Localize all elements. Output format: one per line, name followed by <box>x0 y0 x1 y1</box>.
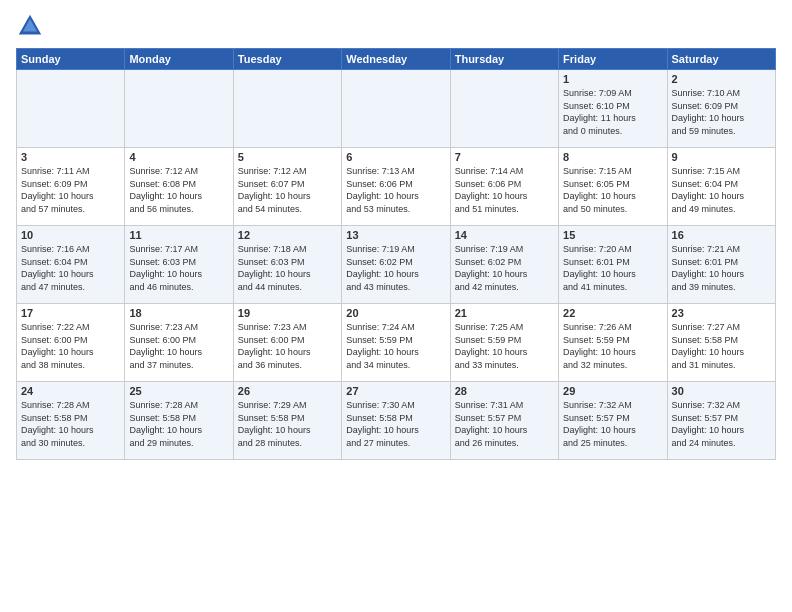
week-row-4: 17Sunrise: 7:22 AM Sunset: 6:00 PM Dayli… <box>17 304 776 382</box>
header-cell-friday: Friday <box>559 49 667 70</box>
day-number: 20 <box>346 307 445 319</box>
day-number: 14 <box>455 229 554 241</box>
day-number: 29 <box>563 385 662 397</box>
day-number: 24 <box>21 385 120 397</box>
day-cell: 11Sunrise: 7:17 AM Sunset: 6:03 PM Dayli… <box>125 226 233 304</box>
day-cell: 3Sunrise: 7:11 AM Sunset: 6:09 PM Daylig… <box>17 148 125 226</box>
week-row-3: 10Sunrise: 7:16 AM Sunset: 6:04 PM Dayli… <box>17 226 776 304</box>
day-info: Sunrise: 7:12 AM Sunset: 6:07 PM Dayligh… <box>238 165 337 215</box>
calendar-body: 1Sunrise: 7:09 AM Sunset: 6:10 PM Daylig… <box>17 70 776 460</box>
page: SundayMondayTuesdayWednesdayThursdayFrid… <box>0 0 792 468</box>
day-cell: 20Sunrise: 7:24 AM Sunset: 5:59 PM Dayli… <box>342 304 450 382</box>
day-cell: 22Sunrise: 7:26 AM Sunset: 5:59 PM Dayli… <box>559 304 667 382</box>
day-info: Sunrise: 7:15 AM Sunset: 6:04 PM Dayligh… <box>672 165 771 215</box>
logo-icon <box>16 12 44 40</box>
day-cell <box>125 70 233 148</box>
day-number: 22 <box>563 307 662 319</box>
day-info: Sunrise: 7:21 AM Sunset: 6:01 PM Dayligh… <box>672 243 771 293</box>
day-cell <box>17 70 125 148</box>
day-info: Sunrise: 7:28 AM Sunset: 5:58 PM Dayligh… <box>21 399 120 449</box>
day-number: 10 <box>21 229 120 241</box>
header-cell-sunday: Sunday <box>17 49 125 70</box>
day-cell: 7Sunrise: 7:14 AM Sunset: 6:06 PM Daylig… <box>450 148 558 226</box>
day-cell: 12Sunrise: 7:18 AM Sunset: 6:03 PM Dayli… <box>233 226 341 304</box>
day-info: Sunrise: 7:16 AM Sunset: 6:04 PM Dayligh… <box>21 243 120 293</box>
day-number: 11 <box>129 229 228 241</box>
day-cell: 15Sunrise: 7:20 AM Sunset: 6:01 PM Dayli… <box>559 226 667 304</box>
day-number: 12 <box>238 229 337 241</box>
day-cell: 19Sunrise: 7:23 AM Sunset: 6:00 PM Dayli… <box>233 304 341 382</box>
day-number: 21 <box>455 307 554 319</box>
day-cell: 5Sunrise: 7:12 AM Sunset: 6:07 PM Daylig… <box>233 148 341 226</box>
day-number: 15 <box>563 229 662 241</box>
header-cell-wednesday: Wednesday <box>342 49 450 70</box>
day-cell: 28Sunrise: 7:31 AM Sunset: 5:57 PM Dayli… <box>450 382 558 460</box>
day-number: 6 <box>346 151 445 163</box>
day-cell: 17Sunrise: 7:22 AM Sunset: 6:00 PM Dayli… <box>17 304 125 382</box>
day-number: 30 <box>672 385 771 397</box>
day-number: 19 <box>238 307 337 319</box>
day-info: Sunrise: 7:11 AM Sunset: 6:09 PM Dayligh… <box>21 165 120 215</box>
header-cell-tuesday: Tuesday <box>233 49 341 70</box>
day-cell: 6Sunrise: 7:13 AM Sunset: 6:06 PM Daylig… <box>342 148 450 226</box>
header-cell-thursday: Thursday <box>450 49 558 70</box>
calendar-table: SundayMondayTuesdayWednesdayThursdayFrid… <box>16 48 776 460</box>
day-info: Sunrise: 7:19 AM Sunset: 6:02 PM Dayligh… <box>455 243 554 293</box>
day-cell: 30Sunrise: 7:32 AM Sunset: 5:57 PM Dayli… <box>667 382 775 460</box>
day-info: Sunrise: 7:13 AM Sunset: 6:06 PM Dayligh… <box>346 165 445 215</box>
header-cell-monday: Monday <box>125 49 233 70</box>
day-cell: 13Sunrise: 7:19 AM Sunset: 6:02 PM Dayli… <box>342 226 450 304</box>
day-info: Sunrise: 7:31 AM Sunset: 5:57 PM Dayligh… <box>455 399 554 449</box>
day-info: Sunrise: 7:14 AM Sunset: 6:06 PM Dayligh… <box>455 165 554 215</box>
day-cell: 14Sunrise: 7:19 AM Sunset: 6:02 PM Dayli… <box>450 226 558 304</box>
day-info: Sunrise: 7:17 AM Sunset: 6:03 PM Dayligh… <box>129 243 228 293</box>
day-number: 26 <box>238 385 337 397</box>
day-number: 18 <box>129 307 228 319</box>
day-info: Sunrise: 7:24 AM Sunset: 5:59 PM Dayligh… <box>346 321 445 371</box>
header-row: SundayMondayTuesdayWednesdayThursdayFrid… <box>17 49 776 70</box>
day-info: Sunrise: 7:32 AM Sunset: 5:57 PM Dayligh… <box>563 399 662 449</box>
day-cell: 2Sunrise: 7:10 AM Sunset: 6:09 PM Daylig… <box>667 70 775 148</box>
header <box>16 12 776 40</box>
day-number: 25 <box>129 385 228 397</box>
day-info: Sunrise: 7:32 AM Sunset: 5:57 PM Dayligh… <box>672 399 771 449</box>
day-cell: 27Sunrise: 7:30 AM Sunset: 5:58 PM Dayli… <box>342 382 450 460</box>
day-number: 3 <box>21 151 120 163</box>
day-info: Sunrise: 7:20 AM Sunset: 6:01 PM Dayligh… <box>563 243 662 293</box>
week-row-1: 1Sunrise: 7:09 AM Sunset: 6:10 PM Daylig… <box>17 70 776 148</box>
week-row-5: 24Sunrise: 7:28 AM Sunset: 5:58 PM Dayli… <box>17 382 776 460</box>
day-info: Sunrise: 7:09 AM Sunset: 6:10 PM Dayligh… <box>563 87 662 137</box>
day-cell: 8Sunrise: 7:15 AM Sunset: 6:05 PM Daylig… <box>559 148 667 226</box>
day-number: 17 <box>21 307 120 319</box>
day-number: 5 <box>238 151 337 163</box>
day-cell: 4Sunrise: 7:12 AM Sunset: 6:08 PM Daylig… <box>125 148 233 226</box>
header-cell-saturday: Saturday <box>667 49 775 70</box>
day-info: Sunrise: 7:19 AM Sunset: 6:02 PM Dayligh… <box>346 243 445 293</box>
day-number: 1 <box>563 73 662 85</box>
day-info: Sunrise: 7:29 AM Sunset: 5:58 PM Dayligh… <box>238 399 337 449</box>
day-number: 16 <box>672 229 771 241</box>
day-info: Sunrise: 7:15 AM Sunset: 6:05 PM Dayligh… <box>563 165 662 215</box>
day-cell: 21Sunrise: 7:25 AM Sunset: 5:59 PM Dayli… <box>450 304 558 382</box>
day-cell: 25Sunrise: 7:28 AM Sunset: 5:58 PM Dayli… <box>125 382 233 460</box>
day-cell: 23Sunrise: 7:27 AM Sunset: 5:58 PM Dayli… <box>667 304 775 382</box>
day-info: Sunrise: 7:23 AM Sunset: 6:00 PM Dayligh… <box>129 321 228 371</box>
calendar-header: SundayMondayTuesdayWednesdayThursdayFrid… <box>17 49 776 70</box>
day-info: Sunrise: 7:30 AM Sunset: 5:58 PM Dayligh… <box>346 399 445 449</box>
day-cell: 24Sunrise: 7:28 AM Sunset: 5:58 PM Dayli… <box>17 382 125 460</box>
day-info: Sunrise: 7:12 AM Sunset: 6:08 PM Dayligh… <box>129 165 228 215</box>
day-cell: 9Sunrise: 7:15 AM Sunset: 6:04 PM Daylig… <box>667 148 775 226</box>
day-number: 2 <box>672 73 771 85</box>
day-info: Sunrise: 7:18 AM Sunset: 6:03 PM Dayligh… <box>238 243 337 293</box>
day-number: 28 <box>455 385 554 397</box>
day-info: Sunrise: 7:25 AM Sunset: 5:59 PM Dayligh… <box>455 321 554 371</box>
day-cell: 16Sunrise: 7:21 AM Sunset: 6:01 PM Dayli… <box>667 226 775 304</box>
day-cell: 26Sunrise: 7:29 AM Sunset: 5:58 PM Dayli… <box>233 382 341 460</box>
day-info: Sunrise: 7:26 AM Sunset: 5:59 PM Dayligh… <box>563 321 662 371</box>
day-cell <box>233 70 341 148</box>
day-number: 27 <box>346 385 445 397</box>
day-info: Sunrise: 7:28 AM Sunset: 5:58 PM Dayligh… <box>129 399 228 449</box>
week-row-2: 3Sunrise: 7:11 AM Sunset: 6:09 PM Daylig… <box>17 148 776 226</box>
day-cell: 1Sunrise: 7:09 AM Sunset: 6:10 PM Daylig… <box>559 70 667 148</box>
day-number: 13 <box>346 229 445 241</box>
